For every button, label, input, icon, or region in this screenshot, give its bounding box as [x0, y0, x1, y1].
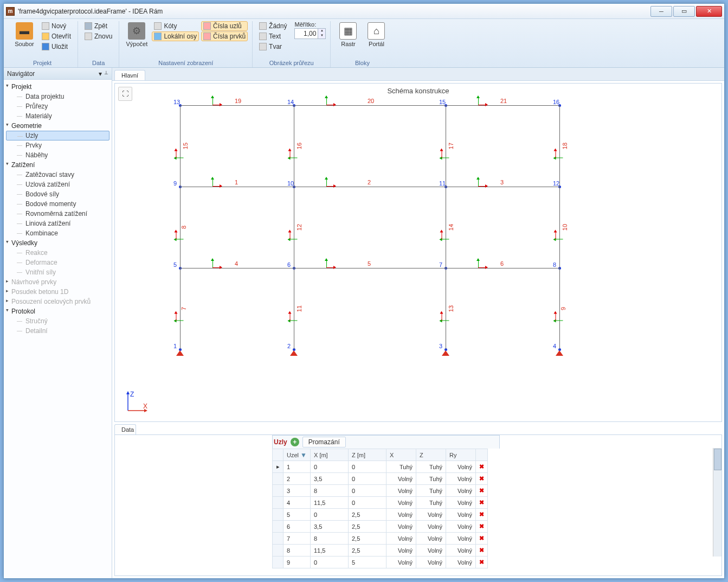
nav-geometry[interactable]: Geometrie [6, 121, 109, 131]
dim-icon [154, 22, 162, 30]
none-icon [259, 22, 267, 30]
navigator-header: Navigátor▾⊥ [4, 68, 112, 80]
svg-text:X: X [143, 402, 147, 410]
grid-toolbar: Uzly + Promazání [272, 435, 500, 449]
file-label: Soubor [15, 41, 34, 47]
nav-steel[interactable]: Posouzení ocelových prvků [6, 297, 109, 306]
nav-design[interactable]: Návrhové prvky [6, 277, 109, 287]
nav-sections[interactable]: Průřezy [6, 101, 109, 111]
group-project-label: Projekt [33, 59, 51, 67]
open-label: Otevřít [51, 33, 71, 40]
memnum-label: Čísla prvků [213, 33, 246, 40]
section-text-button[interactable]: Text [257, 31, 289, 41]
nav-protocol[interactable]: Protokol [6, 306, 109, 316]
section-none-button[interactable]: Žádný [257, 21, 289, 31]
nav-project[interactable]: Projekt [6, 82, 109, 92]
nav-detailed[interactable]: Detailní [6, 326, 109, 336]
group-data-label: Data [92, 59, 105, 67]
calc-label: Výpočet [126, 41, 148, 47]
portal-label: Portál [369, 41, 384, 47]
svg-text:Z: Z [130, 391, 134, 398]
nav-point-forces[interactable]: Bodové síly [6, 189, 109, 199]
data-panel: Data Uzly + Promazání Uzel ▼X [m]Z [m]XZ… [114, 424, 722, 576]
ribbon: ▬Soubor Nový Otevřít Uložit Projekt Zpět… [4, 19, 724, 68]
nav-loads[interactable]: Zatížení [6, 160, 109, 170]
nodenum-icon [203, 22, 211, 30]
add-row-button[interactable]: + [291, 438, 299, 446]
group-view-label: Nastavení zobrazení [158, 59, 213, 67]
portal-icon: ⌂ [368, 22, 385, 40]
scale-input[interactable] [294, 28, 318, 39]
nav-pin-icon[interactable]: ⊥ [104, 70, 108, 78]
app-icon: m [6, 7, 15, 16]
nodes-table: Uzel ▼X [m]Z [m]XZRy▸100TuhýTuhýVolný✖23… [272, 449, 488, 568]
nav-line-loads[interactable]: Liniová zatížení [6, 219, 109, 228]
grid-title: Uzly [274, 438, 287, 446]
file-icon: ▬ [16, 22, 33, 40]
nav-concrete[interactable]: Posudek betonu 1D [6, 287, 109, 297]
canvas[interactable]: ⛶ Schéma konstrukce 12345678910111213141… [114, 83, 722, 422]
scale-down[interactable]: ▼ [318, 34, 325, 39]
nav-results[interactable]: Výsledky [6, 238, 109, 248]
local-axes-toggle[interactable]: Lokální osy [152, 31, 199, 41]
axes-label: Lokální osy [164, 33, 197, 40]
portal-button[interactable]: ⌂Portál [363, 21, 389, 48]
dim-label: Kóty [164, 22, 177, 30]
navigator-tree: Projekt Data projektu Průřezy Materiály … [4, 80, 112, 578]
nav-nodal-loads[interactable]: Uzlová zatížení [6, 180, 109, 189]
save-button[interactable]: Uložit [40, 42, 73, 52]
nav-loadcases[interactable]: Zatěžovací stavy [6, 170, 109, 180]
navigator-panel: Navigátor▾⊥ Projekt Data projektu Průřez… [4, 68, 112, 578]
nav-haunches[interactable]: Náběhy [6, 150, 109, 160]
nav-point-moments[interactable]: Bodové momenty [6, 199, 109, 209]
main-tabbar: Hlavní [112, 68, 724, 81]
undo-icon [85, 22, 92, 30]
minimize-button[interactable]: ─ [650, 6, 672, 17]
tab-main[interactable]: Hlavní [114, 70, 145, 80]
scale-label: Měřítko: [294, 21, 326, 28]
nav-reactions[interactable]: Reakce [6, 248, 109, 258]
axes-icon [154, 33, 162, 40]
tab-data[interactable]: Data [114, 424, 136, 434]
calculate-button[interactable]: ⚙Výpočet [124, 21, 150, 48]
structure-frame: 1234567891011121314151645612319202171113… [180, 105, 559, 360]
gear-icon: ⚙ [128, 22, 145, 40]
open-button[interactable]: Otevřít [40, 31, 73, 41]
shape-icon [259, 43, 267, 50]
clear-button[interactable]: Promazání [302, 437, 346, 447]
file-button[interactable]: ▬Soubor [11, 21, 37, 48]
new-button[interactable]: Nový [40, 21, 73, 31]
grid-button[interactable]: ▦Rastr [335, 21, 361, 48]
redo-button[interactable]: Znovu [82, 31, 114, 41]
member-numbers-toggle[interactable]: Čísla prvků [201, 31, 248, 41]
scrollbar-thumb[interactable] [714, 449, 721, 470]
dimensions-toggle[interactable]: Kóty [152, 21, 199, 31]
fit-view-button[interactable]: ⛶ [118, 87, 132, 101]
undo-button[interactable]: Zpět [82, 21, 114, 31]
text-icon [259, 33, 267, 40]
section-shape-button[interactable]: Tvar [257, 42, 289, 52]
titlebar: m 'frame4dgvicpaterprotocol.ideaFrame' -… [4, 4, 724, 19]
nav-nodes[interactable]: Uzly [6, 131, 109, 140]
nav-materials[interactable]: Materiály [6, 111, 109, 121]
scale-up[interactable]: ▲ [318, 29, 325, 34]
coordinate-axes: ZX [125, 390, 149, 414]
grid-icon: ▦ [339, 22, 357, 40]
canvas-title: Schéma konstrukce [115, 84, 721, 98]
close-button[interactable]: ✕ [696, 6, 722, 17]
nodenum-label: Čísla uzlů [213, 22, 242, 30]
nav-uniform-loads[interactable]: Rovnoměrná zatížení [6, 209, 109, 219]
none-label: Žádný [269, 22, 287, 30]
nav-internal[interactable]: Vnitřní síly [6, 267, 109, 277]
node-numbers-toggle[interactable]: Čísla uzlů [201, 21, 248, 31]
nav-members[interactable]: Prvky [6, 140, 109, 150]
window-title: 'frame4dgvicpaterprotocol.ideaFrame' - I… [18, 8, 649, 15]
nav-brief[interactable]: Stručný [6, 316, 109, 326]
nav-dropdown-icon[interactable]: ▾ [99, 70, 102, 78]
nav-combinations[interactable]: Kombinace [6, 228, 109, 238]
scrollbar[interactable] [713, 448, 721, 557]
save-icon [42, 43, 49, 50]
nav-deformations[interactable]: Deformace [6, 258, 109, 267]
maximize-button[interactable]: ▭ [673, 6, 695, 17]
nav-project-data[interactable]: Data projektu [6, 92, 109, 101]
